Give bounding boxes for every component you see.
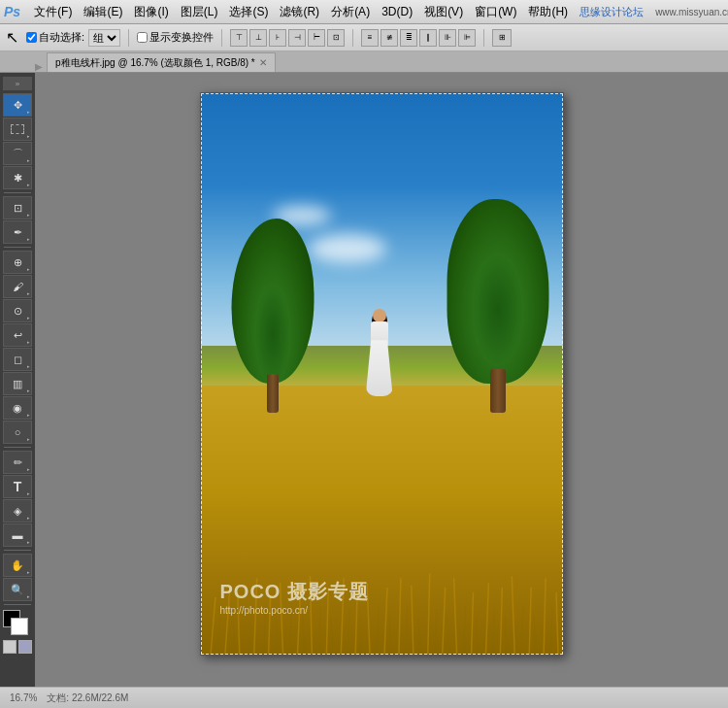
menu-help[interactable]: 帮助(H) bbox=[522, 2, 574, 22]
zoom-display[interactable]: 16.7% bbox=[10, 692, 37, 703]
menu-window[interactable]: 窗口(W) bbox=[469, 2, 522, 22]
menu-select[interactable]: 选择(S) bbox=[223, 2, 274, 22]
document-tab[interactable]: p稚电线杆.jpg @ 16.7% (选取颜色 1, RGB/8) * ✕ bbox=[47, 52, 276, 72]
menu-view[interactable]: 视图(V) bbox=[418, 2, 469, 22]
gradient-tool[interactable]: ▥ ▸ bbox=[3, 372, 32, 395]
auto-select-dropdown[interactable]: 组 bbox=[88, 29, 120, 47]
tab-close-btn[interactable]: ✕ bbox=[259, 57, 267, 68]
menu-file[interactable]: 文件(F) bbox=[28, 2, 78, 22]
quick-mask-area bbox=[3, 640, 32, 654]
distribute-bottom[interactable]: ≣ bbox=[400, 29, 417, 47]
svg-line-15 bbox=[427, 573, 429, 655]
blur-icon: ◉ bbox=[13, 402, 22, 415]
hand-icon: ✋ bbox=[11, 559, 24, 572]
tool-sep-1 bbox=[4, 192, 31, 193]
tree-left-trunk bbox=[267, 374, 279, 413]
align-left[interactable]: ⊣ bbox=[288, 29, 306, 47]
shape-tool[interactable]: ▬ ▸ bbox=[3, 523, 32, 547]
auto-select-checkbox[interactable] bbox=[26, 32, 37, 43]
show-transform-label[interactable]: 显示变换控件 bbox=[137, 30, 214, 45]
lasso-tool[interactable]: ⌒ ▸ bbox=[3, 142, 32, 165]
align-vcenter[interactable]: ⊥ bbox=[249, 29, 267, 47]
pen-tool[interactable]: ✏ ▸ bbox=[3, 451, 32, 474]
text-tool[interactable]: T ▸ bbox=[3, 475, 32, 498]
align-top[interactable]: ⊤ bbox=[230, 29, 248, 47]
svg-line-26 bbox=[232, 611, 234, 655]
zoom-icon: 🔍 bbox=[11, 584, 24, 596]
align-bottom[interactable]: ⊦ bbox=[269, 29, 286, 47]
distribute-left[interactable]: ∥ bbox=[419, 29, 437, 47]
separator-4 bbox=[483, 29, 484, 47]
menu-site[interactable]: www.missyuan.cn bbox=[649, 5, 728, 19]
poco-url: http://photo.poco.cn/ bbox=[220, 605, 369, 616]
brush-tool[interactable]: 🖌 ▸ bbox=[3, 275, 32, 298]
path-select-tool[interactable]: ◈ ▸ bbox=[3, 499, 32, 523]
gradient-icon: ▥ bbox=[13, 378, 22, 390]
distribute-top[interactable]: ≡ bbox=[361, 29, 379, 47]
eraser-icon: ◻ bbox=[14, 354, 22, 366]
zoom-tool[interactable]: 🔍 ▸ bbox=[3, 578, 32, 601]
svg-line-21 bbox=[512, 576, 514, 655]
svg-line-45 bbox=[505, 616, 507, 655]
toolbar: » ✥ ▸ ▸ ⌒ ▸ ✱ ▸ ⊡ ▸ ✒ ▸ bbox=[0, 73, 35, 687]
healing-tool[interactable]: ⊕ ▸ bbox=[3, 251, 32, 274]
marquee-icon bbox=[11, 124, 24, 134]
menu-bar: Ps 文件(F) 编辑(E) 图像(I) 图层(L) 选择(S) 滤镜(R) 分… bbox=[0, 0, 728, 24]
quick-select-tool[interactable]: ✱ ▸ bbox=[3, 166, 32, 189]
svg-line-27 bbox=[248, 614, 250, 655]
history-brush-tool[interactable]: ↩ ▸ bbox=[3, 323, 32, 347]
eyedropper-tool[interactable]: ✒ ▸ bbox=[3, 220, 32, 244]
svg-line-22 bbox=[529, 588, 531, 655]
hand-tool[interactable]: ✋ ▸ bbox=[3, 554, 32, 577]
menu-layer[interactable]: 图层(L) bbox=[175, 2, 224, 22]
svg-line-19 bbox=[485, 583, 488, 655]
align-hcenter[interactable]: ⊢ bbox=[308, 29, 325, 47]
svg-line-48 bbox=[550, 608, 552, 655]
menu-3d[interactable]: 3D(D) bbox=[376, 3, 418, 20]
align-right[interactable]: ⊡ bbox=[327, 29, 345, 47]
move-tool-icon: ↖ bbox=[6, 28, 18, 47]
move-tool[interactable]: ✥ ▸ bbox=[3, 93, 32, 117]
blur-tool[interactable]: ◉ ▸ bbox=[3, 396, 32, 420]
svg-line-29 bbox=[276, 618, 278, 655]
shape-icon: ▬ bbox=[13, 529, 23, 541]
svg-line-38 bbox=[405, 604, 407, 655]
clone-tool[interactable]: ⊙ ▸ bbox=[3, 299, 32, 322]
eraser-tool[interactable]: ◻ ▸ bbox=[3, 348, 32, 371]
distribute-vcenter[interactable]: ≢ bbox=[381, 29, 398, 47]
auto-select-label[interactable]: 自动选择: bbox=[26, 30, 84, 45]
svg-line-43 bbox=[476, 616, 478, 655]
distribute-right[interactable]: ⊫ bbox=[458, 29, 476, 47]
healing-icon: ⊕ bbox=[14, 256, 22, 269]
tab-arrow[interactable]: ▶ bbox=[35, 61, 43, 72]
distribute-hcenter[interactable]: ⊪ bbox=[439, 29, 456, 47]
show-transform-checkbox[interactable] bbox=[137, 32, 148, 43]
svg-line-20 bbox=[500, 588, 502, 655]
text-icon: T bbox=[14, 479, 22, 494]
photo-canvas: POCO 摄影专题 http://photo.poco.cn/ bbox=[200, 92, 564, 656]
standard-mode[interactable] bbox=[3, 640, 17, 654]
quick-mask-mode[interactable] bbox=[18, 640, 32, 654]
poco-brand: POCO 摄影专题 bbox=[220, 579, 369, 605]
distribute-icons-group: ≡ ≢ ≣ ∥ ⊪ ⊫ bbox=[361, 29, 476, 47]
svg-line-13 bbox=[398, 578, 400, 655]
tool-submenu-arrow: ▸ bbox=[27, 109, 30, 115]
svg-line-47 bbox=[534, 616, 536, 655]
menu-filter[interactable]: 滤镜(R) bbox=[274, 2, 325, 22]
auto-align-btn[interactable]: ⊞ bbox=[492, 29, 512, 47]
menu-edit[interactable]: 编辑(E) bbox=[78, 2, 128, 22]
svg-line-42 bbox=[463, 604, 465, 655]
menu-analysis[interactable]: 分析(A) bbox=[325, 2, 376, 22]
dodge-tool[interactable]: ○ ▸ bbox=[3, 421, 32, 444]
tree-right-trunk bbox=[490, 369, 506, 413]
svg-line-30 bbox=[289, 611, 291, 655]
toolbar-collapse[interactable]: » bbox=[3, 77, 32, 90]
eyedropper-icon: ✒ bbox=[14, 226, 22, 239]
marquee-tool[interactable]: ▸ bbox=[3, 118, 32, 141]
menu-image[interactable]: 图像(I) bbox=[128, 2, 174, 22]
crop-tool[interactable]: ⊡ ▸ bbox=[3, 196, 32, 219]
figure-skirt bbox=[366, 340, 393, 396]
background-color[interactable] bbox=[11, 618, 28, 635]
color-swatches bbox=[3, 610, 32, 637]
menu-forum[interactable]: 思缘设计论坛 bbox=[574, 3, 649, 21]
